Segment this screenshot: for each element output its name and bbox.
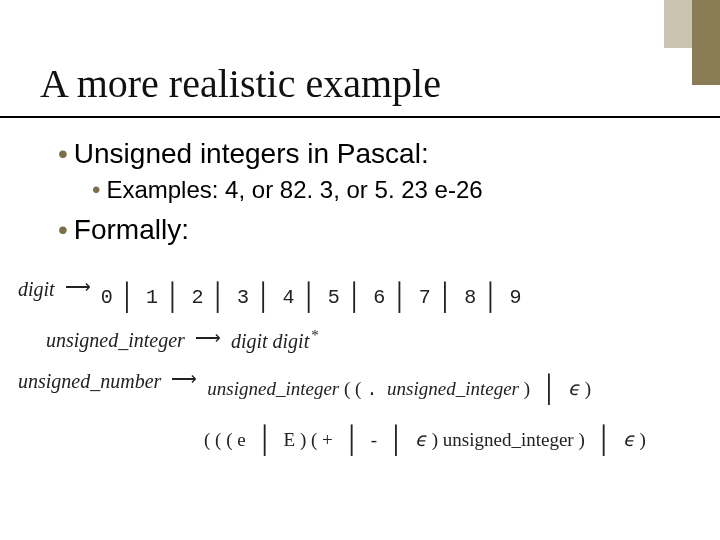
grammar-rule-unum: unsigned_number ⟶ unsigned_integer ( ( .… (18, 362, 702, 411)
digit-9: 9 (510, 286, 522, 309)
digit-8: 8 (464, 286, 476, 309)
digit-3: 3 (237, 286, 249, 309)
uint-rhs-1: digit (273, 330, 310, 352)
unum-minus: - (371, 429, 377, 450)
lhs-unum: unsigned_number (18, 362, 161, 400)
digit-0: 0 (101, 286, 113, 309)
lhs-uint: unsigned_integer (46, 321, 185, 359)
bullet-2-text: Formally: (74, 214, 189, 245)
unum-e: e (237, 429, 245, 450)
deco-bar-dark (692, 0, 720, 85)
bullet-icon: • (58, 214, 68, 245)
slide-title: A more realistic example (40, 60, 441, 107)
deco-bar-light (664, 0, 692, 48)
rhs-unum-line1: unsigned_integer ( ( . unsigned_integer … (207, 362, 591, 411)
digit-5: 5 (328, 286, 340, 309)
rhs-uint: digit digit* (231, 321, 319, 360)
arrow-icon: ⟶ (195, 321, 221, 355)
unum-l2-c: unsigned_integer (443, 429, 574, 450)
bullet-2: •Formally: (58, 214, 680, 246)
title-rule (0, 116, 720, 118)
unum-E: E (284, 429, 296, 450)
digit-4: 4 (282, 286, 294, 309)
grammar-rule-digit: digit ⟶ 0│ 1│ 2│ 3│ 4│ 5│ 6│ 7│ 8│ 9 (18, 270, 702, 319)
bullet-icon: • (58, 138, 68, 169)
grammar-block: digit ⟶ 0│ 1│ 2│ 3│ 4│ 5│ 6│ 7│ 8│ 9 uns… (18, 270, 702, 463)
bullet-icon: • (92, 176, 100, 203)
digit-6: 6 (373, 286, 385, 309)
bullet-1-sub-text: Examples: 4, or 82. 3, or 5. 23 e-26 (106, 176, 482, 203)
epsilon: ϵ (568, 378, 580, 399)
rhs-unum-line2: ( ( ( e │ E ) ( + │ - │ ϵ ) unsigned_int… (204, 413, 702, 462)
unum-dot: . (366, 379, 377, 401)
kleene-star: * (311, 327, 319, 343)
uint-rhs-0: digit (231, 330, 268, 352)
unum-l1-a: unsigned_integer (207, 378, 339, 399)
bullet-1-text: Unsigned integers in Pascal: (74, 138, 429, 169)
body-text: •Unsigned integers in Pascal: •Examples:… (58, 138, 680, 252)
grammar-rule-uint: unsigned_integer ⟶ digit digit* (18, 321, 702, 360)
unum-l1-b: unsigned_integer (387, 378, 519, 399)
epsilon: ϵ (415, 429, 427, 450)
rhs-digit: 0│ 1│ 2│ 3│ 4│ 5│ 6│ 7│ 8│ 9 (101, 270, 522, 319)
corner-decoration (620, 0, 720, 110)
arrow-icon: ⟶ (171, 362, 197, 396)
arrow-icon: ⟶ (65, 270, 91, 304)
digit-2: 2 (192, 286, 204, 309)
lhs-digit: digit (18, 270, 55, 308)
unum-plus: + (322, 429, 333, 450)
bullet-1-sub: •Examples: 4, or 82. 3, or 5. 23 e-26 (92, 176, 680, 204)
digit-1: 1 (146, 286, 158, 309)
digit-7: 7 (419, 286, 431, 309)
epsilon: ϵ (623, 429, 635, 450)
bullet-1: •Unsigned integers in Pascal: (58, 138, 680, 170)
